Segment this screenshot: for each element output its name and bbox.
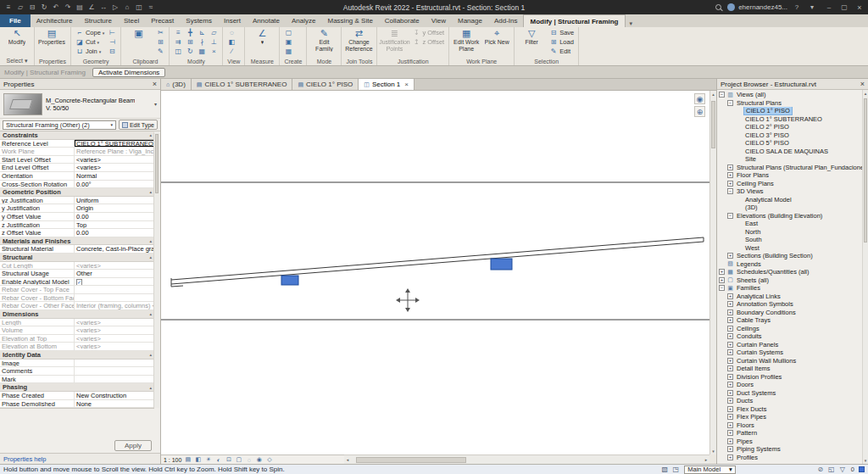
browser-item-structural-plans-structural-plan-fundaciones[interactable]: +Structural Plans (Structural Plan_Funda… [717,164,862,172]
measure-icon[interactable]: ∠ [86,2,97,14]
create-assembly-button[interactable]: ▦ [282,47,294,56]
expand-icon[interactable]: + [727,181,733,187]
property-row-rebar-cover-top-face[interactable]: Rebar Cover - Top Face [0,286,154,294]
steering-wheel-icon[interactable]: ◉ [694,93,705,104]
section-view-canvas[interactable]: ◉⊕ [161,91,709,454]
expand-icon[interactable]: + [727,398,733,404]
ribbon-tab-view[interactable]: View [426,14,452,27]
property-section-phasing[interactable]: Phasing▴ [0,383,154,392]
type-selector[interactable]: M_Concrete-Rectangular Beam V. 50/50 [0,90,160,119]
offset-button[interactable]: ⇉ [172,37,184,47]
property-value[interactable]: <varies> [75,335,154,343]
expand-icon[interactable]: + [727,430,733,436]
zoom-icon[interactable]: ⊕ [694,106,705,117]
browser-item-floors[interactable]: +Floors [717,421,862,430]
property-section-constraints[interactable]: Constraints▴ [0,131,154,140]
expand-icon[interactable]: + [727,382,733,388]
join-button[interactable]: ⊔Join▾ [74,47,106,56]
browser-item-curtain-systems[interactable]: +Curtain Systems [717,349,862,357]
browser-item-elevations-building-elevation[interactable]: −Elevations (Building Elevation) [717,212,862,220]
view-tab-section-1[interactable]: ◫Section 1 [359,79,415,90]
property-value[interactable]: Other [75,270,154,277]
close-window-button[interactable] [852,2,867,14]
property-value[interactable]: <varies> [75,262,154,270]
property-value[interactable]: 0.00° [75,181,154,188]
expand-icon[interactable]: + [727,253,733,259]
property-section-materials-and-finishes[interactable]: Materials and Finishes▴ [0,237,154,246]
property-value[interactable]: Normal [75,172,154,180]
browser-item-legends[interactable]: ▧Legends [717,260,862,269]
expand-icon[interactable]: + [727,165,733,170]
create-group-button[interactable]: ▢ [282,28,294,37]
pick-new-button[interactable]: ⌖Pick New [482,28,511,46]
canvas-vertical-scrollbar[interactable] [709,91,716,454]
ribbon-tab-steel[interactable]: Steel [118,14,145,27]
property-value[interactable] [75,376,154,383]
expand-icon[interactable]: + [727,333,733,339]
browser-item-north[interactable]: North [717,228,862,237]
ribbon-tab-add-ins[interactable]: Add-Ins [488,14,524,27]
save-icon[interactable]: ⊟ [26,2,38,14]
browser-item-duct-systems[interactable]: +Duct Systems [717,389,862,398]
app-menu-icon[interactable]: ≡ [3,2,14,14]
property-row-phase-demolished[interactable]: Phase DemolishedNone [0,400,154,409]
browser-item-doors[interactable]: +Doors [717,381,862,389]
cope-button[interactable]: ⌐Cope▾ [74,28,106,37]
ribbon-tab-annotate[interactable]: Annotate [247,14,286,27]
expand-icon[interactable]: + [727,365,733,371]
property-section-structural[interactable]: Structural▴ [0,254,154,262]
array-button[interactable]: ▦ [196,47,208,56]
browser-item-ducts[interactable]: +Ducts [717,397,862,405]
browser-item-cielo-sala-de-maquinas[interactable]: CIELO SALA DE MAQUINAS [717,148,862,156]
copy-button[interactable]: ⊞ [184,37,196,47]
justification-points-button[interactable]: ≣Justification Points [380,28,409,52]
undo-icon[interactable]: ↶ [50,2,62,14]
close-view-tab-icon[interactable] [403,81,409,88]
ribbon-tab-structure[interactable]: Structure [78,14,117,27]
expand-icon[interactable]: + [727,301,733,307]
expand-icon[interactable]: + [727,446,733,452]
help-menu-caret-icon[interactable] [806,2,818,14]
property-value[interactable]: Top [75,221,154,229]
canvas-horizontal-scrollbar[interactable] [344,454,709,464]
ribbon-tab-massing-site[interactable]: Massing & Site [321,14,378,27]
ribbon-tab-systems[interactable]: Systems [180,14,218,27]
sun-path-icon[interactable]: ☀ [204,456,212,463]
property-row-y-justification[interactable]: y JustificationOrigin [0,204,154,213]
demolish-button[interactable]: ⊟ [106,47,118,56]
property-row-volume[interactable]: Volume<varies> [0,326,154,335]
property-row-yz-justification[interactable]: yz JustificationUniform [0,197,154,205]
ribbon-tab-modify-structural-framing[interactable]: Modify | Structural Framing [523,14,625,27]
detail-level-icon[interactable]: ▤ [184,456,192,463]
collapse-icon[interactable]: − [719,92,725,98]
ribbon-tab-precast[interactable]: Precast [145,14,180,27]
ribbon-tab-manage[interactable]: Manage [452,14,488,27]
property-row-elevation-at-bottom[interactable]: Elevation at Bottom<varies> [0,343,154,351]
analytical-model-icon[interactable]: ◇ [265,456,273,463]
maximize-button[interactable] [837,2,852,14]
minimize-button[interactable] [821,2,837,14]
browser-scroll-up-icon[interactable] [863,90,868,97]
expand-icon[interactable]: + [727,454,733,460]
browser-item-boundary-conditions[interactable]: +Boundary Conditions [717,309,862,317]
temporary-hide-icon[interactable]: ◌ [245,457,253,463]
browser-scrollbar[interactable] [862,90,868,464]
filter-button[interactable]: ▽Filter [517,28,546,46]
property-value[interactable]: <varies> [75,164,154,171]
trim-button[interactable]: ⊾ [196,28,208,37]
property-value[interactable]: Interior (framing, columns) <... [75,302,154,309]
property-row-structural-material[interactable]: Structural MaterialConcrete, Cast-in-Pla… [0,245,154,254]
checkbox-checked-icon[interactable]: ✓ [76,279,82,286]
expand-icon[interactable]: + [727,309,733,315]
thin-lines-icon[interactable]: ≈ [145,2,157,14]
3d-view-icon[interactable]: ⌂ [121,2,133,14]
browser-item-sheets-all[interactable]: +▢Sheets (all) [717,276,862,285]
reveal-hidden-icon[interactable]: ◉ [255,456,263,463]
browser-item-profiles[interactable]: +Profiles [717,454,862,462]
browser-item-pattern[interactable]: +Pattern [717,429,862,438]
change-reference-button[interactable]: ⇄Change Reference [344,28,373,52]
property-row-y-offset-value[interactable]: y Offset Value0.00 [0,213,154,221]
property-value[interactable]: <varies> [75,319,154,326]
property-row-length[interactable]: Length<varies> [0,319,154,327]
worksets-icon[interactable]: ▧ [660,466,669,473]
